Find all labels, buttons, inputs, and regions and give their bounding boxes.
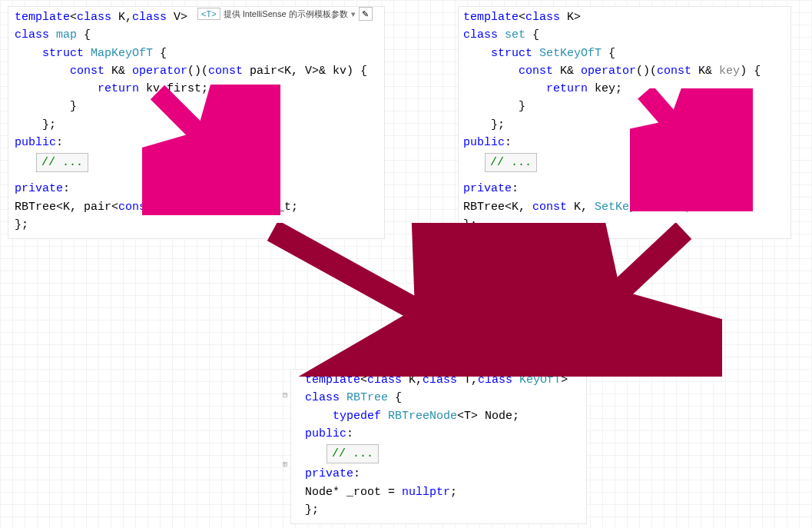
label-public: public: (15, 134, 379, 151)
collapsed-region-map[interactable]: // ... (36, 153, 88, 172)
code-box-map: template<class K,class V> class map { st… (8, 6, 385, 239)
line-close-rb: }; (305, 501, 582, 519)
code-rbtree: template<class K,class T,class KeyOfT> c… (305, 371, 582, 425)
arrow-map-to-rbtree (261, 223, 538, 377)
code-box-set: template<class K> class set { struct Set… (458, 6, 791, 239)
intellisense-tooltip: <T> 提供 IntelliSense 的示例模板参数 ▾ ✎ (197, 7, 373, 21)
code-set: template<class K> class set { struct Set… (463, 8, 786, 134)
collapsed-region-set[interactable]: // ... (485, 153, 537, 172)
line-close-set: }; (463, 216, 786, 234)
arrow-set-to-rbtree (522, 223, 722, 377)
tooltip-edit-icon[interactable]: ✎ (359, 7, 373, 21)
line-root: Node* _root = nullptr; (305, 483, 582, 501)
line-rbtree-map: RBTree<K, pair<const K, V>, MapKeyOfT>_t… (15, 198, 379, 216)
label-public-set: public: (463, 134, 786, 151)
label-private: private: (15, 180, 379, 198)
label-private-set: private: (463, 180, 786, 198)
fold-icon[interactable]: ⊞ (280, 459, 290, 471)
label-private-rb: private: (305, 465, 582, 483)
tooltip-tag: <T> (197, 8, 220, 20)
line-rbtree-set: RBTree<K, const K, SetKeyOfT> _t; (463, 198, 786, 216)
code-map: template<class K,class V> class map { st… (15, 8, 379, 134)
svg-line-7 (553, 231, 684, 354)
fold-icon[interactable]: ⊟ (280, 390, 290, 402)
label-public-rb: public: (305, 425, 582, 443)
line-close-map: }; (15, 216, 379, 234)
collapsed-region-rb[interactable]: // ... (326, 444, 379, 463)
code-box-rbtree: ⊟ ⊞ template<class K,class T,class KeyOf… (290, 369, 587, 524)
svg-line-5 (273, 231, 495, 354)
tooltip-text: 提供 IntelliSense 的示例模板参数 (224, 8, 348, 20)
